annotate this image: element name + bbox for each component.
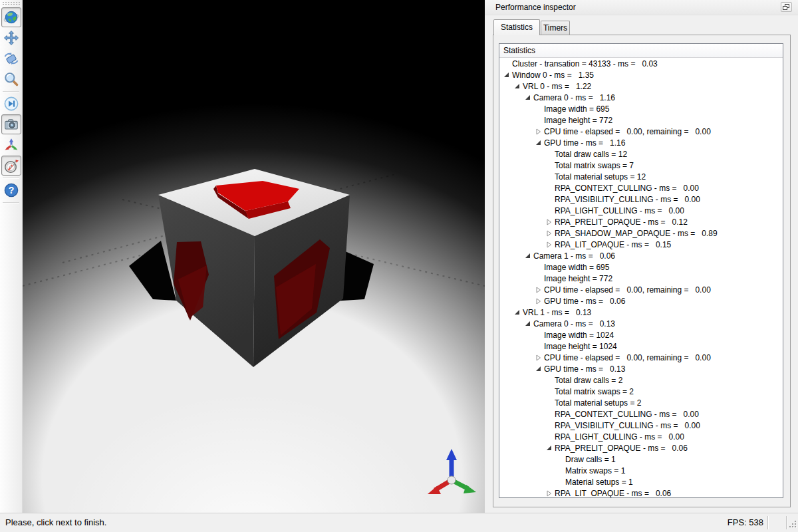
snapshot-tool-button[interactable] (1, 114, 21, 134)
tree-row[interactable]: Material setups = 1 (499, 476, 783, 487)
expand-arrow-icon[interactable] (503, 72, 512, 78)
toolbar-separator (3, 202, 19, 203)
step-forward-icon (3, 96, 19, 112)
expand-arrow-icon[interactable] (535, 366, 544, 372)
tree-row[interactable]: RPA_VISIBILITY_CULLING - ms = 0.00 (499, 194, 783, 205)
collapse-arrow-icon[interactable] (546, 219, 555, 225)
tree-row[interactable]: Camera 1 - ms = 0.06 (499, 250, 783, 261)
tree-column-header[interactable]: Statistics (499, 44, 783, 58)
help-tool-button[interactable]: ? (1, 180, 21, 200)
float-window-button[interactable] (781, 2, 792, 12)
toolbar-drag-handle[interactable] (2, 1, 20, 5)
collapse-arrow-icon[interactable] (535, 298, 544, 305)
dock-title-bar[interactable]: Performance inspector (485, 0, 798, 15)
tree-row[interactable]: Draw calls = 1 (499, 454, 783, 465)
tree-row[interactable]: RPA_LIGHT_CULLING - ms = 0.00 (499, 205, 783, 216)
collapse-arrow-icon[interactable] (546, 230, 555, 237)
tree-row[interactable]: RPA_CONTEXT_CULLING - ms = 0.00 (499, 182, 783, 194)
tree-row[interactable]: Cluster - transation = 43133 - ms = 0.03 (499, 58, 783, 69)
tree-row[interactable]: CPU time - elapsed = 0.00, remaining = 0… (499, 126, 783, 137)
status-separator (767, 516, 768, 529)
tree-row[interactable]: CPU time - elapsed = 0.00, remaining = 0… (499, 284, 783, 295)
tree-row-label: Camera 0 - ms = 1.16 (533, 93, 615, 102)
tree-row[interactable]: Image width = 695 (499, 261, 783, 273)
tree-row[interactable]: Total draw calls = 2 (499, 374, 783, 386)
tree-row-label: GPU time - ms = 0.13 (544, 364, 625, 374)
tree-row[interactable]: Window 0 - ms = 1.35 (499, 69, 783, 80)
compass-tool-button[interactable] (1, 156, 21, 176)
tree-row-label: RPA_CONTEXT_CULLING - ms = 0.00 (555, 410, 699, 419)
tree-row[interactable]: Total matrix swaps = 2 (499, 386, 783, 397)
tree-row[interactable]: RPA_PRELIT_OPAQUE - ms = 0.12 (499, 216, 783, 227)
tree-row-label: Cluster - transation = 43133 - ms = 0.03 (512, 59, 658, 68)
tree-row[interactable]: Image width = 1024 (499, 329, 783, 340)
stats-tree-body: Cluster - transation = 43133 - ms = 0.03… (499, 58, 783, 498)
globe-tool-button[interactable] (1, 7, 21, 27)
expand-arrow-icon[interactable] (514, 83, 523, 89)
axes-arrows-icon (3, 137, 19, 153)
tree-row[interactable]: RPA_LIGHT_CULLING - ms = 0.00 (499, 431, 783, 442)
tree-row-label: Camera 0 - ms = 0.13 (533, 319, 615, 329)
tree-row[interactable]: Total material setups = 12 (499, 171, 783, 182)
tree-row-label: GPU time - ms = 0.06 (544, 297, 625, 306)
resize-grip-icon[interactable] (789, 519, 797, 531)
collapse-arrow-icon[interactable] (546, 490, 555, 497)
tab-timers[interactable]: Timers (541, 21, 570, 35)
tree-row-label: Image width = 1024 (544, 331, 614, 340)
tree-row[interactable]: CPU time - elapsed = 0.00, remaining = 0… (499, 352, 783, 363)
collapse-arrow-icon[interactable] (535, 128, 544, 135)
pan-tool-button[interactable] (1, 28, 21, 48)
tree-row[interactable]: Total material setups = 2 (499, 397, 783, 408)
tree-row-label: Camera 1 - ms = 0.06 (533, 251, 615, 261)
svg-text:?: ? (8, 185, 14, 196)
tree-row[interactable]: Image height = 1024 (499, 340, 783, 352)
collapse-arrow-icon[interactable] (535, 354, 544, 361)
collapse-arrow-icon[interactable] (546, 241, 555, 248)
tree-row[interactable]: RPA_LIT_OPAQUE - ms = 0.06 (499, 487, 783, 498)
tree-row[interactable]: RPA_LIT_OPAQUE - ms = 0.15 (499, 239, 783, 250)
tree-row[interactable]: Camera 0 - ms = 0.13 (499, 318, 783, 329)
collapse-arrow-icon[interactable] (535, 287, 544, 293)
expand-arrow-icon[interactable] (535, 140, 544, 146)
zoom-tool-button[interactable] (1, 69, 21, 89)
rotate-tool-button[interactable] (1, 49, 21, 68)
tree-row[interactable]: Total draw calls = 12 (499, 148, 783, 160)
tree-row[interactable]: VRL 1 - ms = 0.13 (499, 307, 783, 318)
tree-row[interactable]: GPU time - ms = 1.16 (499, 137, 783, 148)
expand-arrow-icon[interactable] (525, 321, 533, 327)
manipulator-tool-button[interactable] (1, 135, 21, 155)
expand-arrow-icon[interactable] (514, 309, 523, 315)
tree-row-label: Draw calls = 1 (565, 455, 616, 464)
statistics-tree[interactable]: Statistics Cluster - transation = 43133 … (499, 43, 783, 498)
expand-arrow-icon[interactable] (525, 94, 533, 100)
tree-row[interactable]: RPA_SHADOW_MAP_OPAQUE - ms = 0.89 (499, 227, 783, 239)
question-mark-icon: ? (3, 182, 19, 198)
tree-row-label: RPA_PRELIT_OPAQUE - ms = 0.12 (555, 217, 688, 227)
tree-row-label: VRL 1 - ms = 0.13 (523, 308, 591, 317)
3d-viewport[interactable] (23, 0, 485, 513)
tab-statistics[interactable]: Statistics (493, 19, 540, 35)
tree-row[interactable]: GPU time - ms = 0.06 (499, 295, 783, 307)
toolbar-separator (3, 178, 19, 178)
tree-row[interactable]: Image width = 695 (499, 103, 783, 114)
tree-row[interactable]: RPA_PRELIT_OPAQUE - ms = 0.06 (499, 442, 783, 454)
tree-row[interactable]: GPU time - ms = 0.13 (499, 363, 783, 374)
viewport-toolbar: ? (0, 0, 23, 513)
tree-row-label: Total draw calls = 12 (555, 150, 627, 159)
tree-row[interactable]: Total matrix swaps = 7 (499, 160, 783, 171)
step-forward-tool-button[interactable] (1, 94, 21, 114)
tree-row[interactable]: RPA_CONTEXT_CULLING - ms = 0.00 (499, 408, 783, 420)
tree-row-label: Image height = 1024 (544, 342, 617, 351)
expand-arrow-icon[interactable] (525, 253, 533, 259)
tree-row-label: RPA_PRELIT_OPAQUE - ms = 0.06 (555, 444, 688, 453)
compass-flag-icon (3, 158, 19, 174)
tree-row[interactable]: RPA_VISIBILITY_CULLING - ms = 0.00 (499, 420, 783, 431)
tree-row[interactable]: VRL 0 - ms = 1.22 (499, 80, 783, 92)
tree-row[interactable]: Camera 0 - ms = 1.16 (499, 92, 783, 103)
expand-arrow-icon[interactable] (546, 445, 555, 451)
tree-row[interactable]: Image height = 772 (499, 273, 783, 284)
tree-row-label: CPU time - elapsed = 0.00, remaining = 0… (544, 127, 711, 136)
tree-row[interactable]: Image height = 772 (499, 114, 783, 126)
tree-row[interactable]: Matrix swaps = 1 (499, 465, 783, 476)
tree-row-label: Total draw calls = 2 (555, 376, 622, 385)
